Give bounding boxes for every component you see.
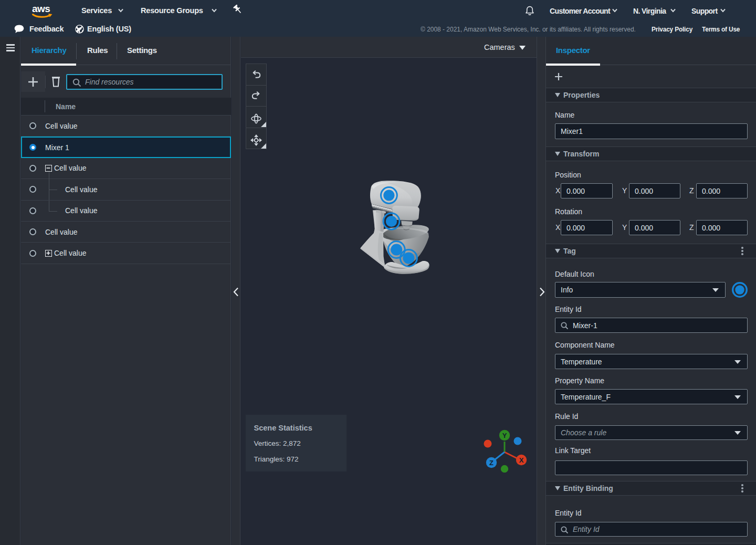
svg-text:Z: Z: [489, 459, 494, 467]
svg-text:X: X: [519, 456, 524, 464]
svg-text:Y: Y: [502, 432, 507, 439]
svg-text:aws: aws: [32, 3, 50, 14]
